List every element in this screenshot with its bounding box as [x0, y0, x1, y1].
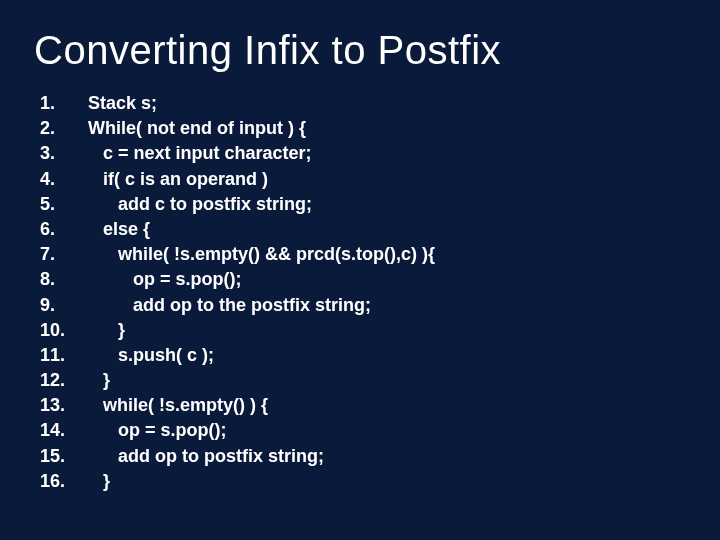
line-text: } [88, 318, 125, 343]
line-text: op = s.pop(); [88, 267, 242, 292]
code-line: 11. s.push( c ); [40, 343, 690, 368]
code-line: 14. op = s.pop(); [40, 418, 690, 443]
line-number: 15. [40, 444, 88, 469]
code-list: 1.Stack s; 2.While( not end of input ) {… [40, 91, 690, 494]
slide: Converting Infix to Postfix 1.Stack s; 2… [0, 0, 720, 540]
line-text: add op to postfix string; [88, 444, 324, 469]
line-text: c = next input character; [88, 141, 312, 166]
line-number: 6. [40, 217, 88, 242]
line-number: 3. [40, 141, 88, 166]
code-line: 13. while( !s.empty() ) { [40, 393, 690, 418]
line-text: While( not end of input ) { [88, 116, 306, 141]
code-line: 10. } [40, 318, 690, 343]
line-number: 14. [40, 418, 88, 443]
line-number: 5. [40, 192, 88, 217]
line-number: 1. [40, 91, 88, 116]
line-text: if( c is an operand ) [88, 167, 268, 192]
code-line: 16. } [40, 469, 690, 494]
line-text: Stack s; [88, 91, 157, 116]
line-number: 11. [40, 343, 88, 368]
line-text: } [88, 368, 110, 393]
line-number: 9. [40, 293, 88, 318]
code-line: 8. op = s.pop(); [40, 267, 690, 292]
line-number: 10. [40, 318, 88, 343]
line-number: 12. [40, 368, 88, 393]
line-text: while( !s.empty() && prcd(s.top(),c) ){ [88, 242, 435, 267]
line-text: s.push( c ); [88, 343, 214, 368]
line-text: op = s.pop(); [88, 418, 227, 443]
line-text: add c to postfix string; [88, 192, 312, 217]
code-line: 5. add c to postfix string; [40, 192, 690, 217]
line-number: 8. [40, 267, 88, 292]
line-text: else { [88, 217, 150, 242]
code-line: 3. c = next input character; [40, 141, 690, 166]
code-line: 4. if( c is an operand ) [40, 167, 690, 192]
line-text: while( !s.empty() ) { [88, 393, 268, 418]
slide-title: Converting Infix to Postfix [34, 28, 690, 73]
code-line: 2.While( not end of input ) { [40, 116, 690, 141]
line-text: add op to the postfix string; [88, 293, 371, 318]
code-line: 9. add op to the postfix string; [40, 293, 690, 318]
code-line: 12. } [40, 368, 690, 393]
line-number: 16. [40, 469, 88, 494]
line-text: } [88, 469, 110, 494]
line-number: 4. [40, 167, 88, 192]
line-number: 2. [40, 116, 88, 141]
line-number: 13. [40, 393, 88, 418]
line-number: 7. [40, 242, 88, 267]
code-line: 6. else { [40, 217, 690, 242]
code-line: 1.Stack s; [40, 91, 690, 116]
code-line: 7. while( !s.empty() && prcd(s.top(),c) … [40, 242, 690, 267]
code-line: 15. add op to postfix string; [40, 444, 690, 469]
